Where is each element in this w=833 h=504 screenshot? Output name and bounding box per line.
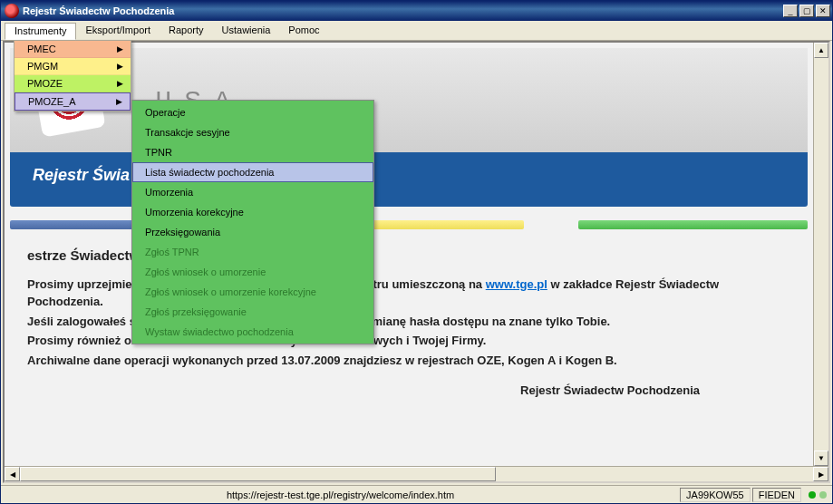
submenu-tpnr[interactable]: TPNR bbox=[132, 142, 373, 162]
menubar: Instrumenty Eksport/Import Raporty Ustaw… bbox=[1, 21, 832, 41]
banner-subtitle: Rejestr Świa bbox=[33, 166, 130, 185]
paragraph-4: Archiwalne dane operacji wykonanych prze… bbox=[27, 352, 790, 370]
status-dot-icon bbox=[819, 491, 827, 499]
app-window: Rejestr Świadectw Pochodzenia _ ▢ ✕ Inst… bbox=[0, 0, 833, 504]
submenu-transakcje-sesyjne[interactable]: Transakcje sesyjne bbox=[132, 122, 373, 142]
submenu-operacje[interactable]: Operacje bbox=[132, 102, 373, 122]
chevron-right-icon: ▶ bbox=[117, 44, 123, 53]
instrumenty-dropdown: PMEC▶ PMGM▶ PMOZE▶ PMOZE_A▶ bbox=[14, 40, 131, 111]
menu-eksport-import[interactable]: Eksport/Import bbox=[76, 23, 160, 40]
color-bars bbox=[10, 220, 808, 229]
minimize-button[interactable]: _ bbox=[783, 5, 798, 17]
submenu-przeksiegowania[interactable]: Przeksięgowania bbox=[132, 222, 373, 242]
menu-instrumenty[interactable]: Instrumenty bbox=[5, 23, 76, 40]
scroll-down-button[interactable]: ▼ bbox=[814, 451, 828, 466]
chevron-right-icon: ▶ bbox=[116, 97, 122, 106]
menu-raporty[interactable]: Raporty bbox=[160, 23, 213, 40]
vertical-scrollbar[interactable]: ▲ ▼ bbox=[813, 43, 828, 466]
scroll-left-button[interactable]: ◀ bbox=[5, 467, 20, 481]
menu-ustawienia[interactable]: Ustawienia bbox=[213, 23, 280, 40]
window-title: Rejestr Świadectw Pochodzenia bbox=[23, 5, 783, 16]
scroll-right-button[interactable]: ▶ bbox=[813, 467, 828, 481]
submenu-zglos-wniosek-umorzenie-korekcyjne: Zgłoś wniosek o umorzenie korekcyjne bbox=[132, 282, 373, 302]
status-dot-icon bbox=[809, 491, 816, 499]
dropdown-pmoze[interactable]: PMOZE▶ bbox=[15, 75, 131, 92]
colorbar-green bbox=[578, 220, 808, 229]
app-icon bbox=[5, 4, 19, 18]
close-button[interactable]: ✕ bbox=[816, 5, 830, 17]
statusbar: https://rejestr-test.tge.pl/registry/wel… bbox=[1, 485, 832, 503]
scroll-thumb[interactable] bbox=[20, 467, 496, 481]
pmoze-a-submenu: Operacje Transakcje sesyjne TPNR Lista ś… bbox=[131, 100, 374, 344]
dropdown-pmoze-a[interactable]: PMOZE_A▶ bbox=[15, 92, 131, 111]
titlebar: Rejestr Świadectw Pochodzenia _ ▢ ✕ bbox=[1, 1, 832, 21]
menu-pomoc[interactable]: Pomoc bbox=[279, 23, 328, 40]
submenu-zglos-wniosek-umorzenie: Zgłoś wniosek o umorzenie bbox=[132, 262, 373, 282]
submenu-umorzenia-korekcyjne[interactable]: Umorzenia korekcyjne bbox=[132, 202, 373, 222]
status-indicators bbox=[803, 491, 832, 499]
maximize-button[interactable]: ▢ bbox=[799, 5, 814, 17]
submenu-lista-swiadectw[interactable]: Lista świadectw pochodzenia bbox=[132, 162, 373, 182]
scroll-up-button[interactable]: ▲ bbox=[814, 43, 828, 58]
dropdown-pmec[interactable]: PMEC▶ bbox=[15, 41, 131, 58]
signature: Rejestr Świadectw Pochodzenia bbox=[27, 382, 700, 400]
submenu-zglos-przeksiegowanie: Zgłoś przeksięgowanie bbox=[132, 302, 373, 322]
submenu-umorzenia[interactable]: Umorzenia bbox=[132, 182, 373, 202]
status-url: https://rejestr-test.tge.pl/registry/wel… bbox=[1, 489, 680, 500]
scroll-track[interactable] bbox=[814, 58, 828, 451]
submenu-zglos-tpnr: Zgłoś TPNR bbox=[132, 242, 373, 262]
submenu-wystaw-swiadectwo: Wystaw świadectwo pochodzenia bbox=[132, 322, 373, 342]
chevron-right-icon: ▶ bbox=[117, 62, 123, 71]
chevron-right-icon: ▶ bbox=[117, 79, 123, 88]
horizontal-scrollbar[interactable]: ◀ ▶ bbox=[5, 466, 828, 481]
dropdown-pmgm[interactable]: PMGM▶ bbox=[15, 58, 131, 75]
link-tge[interactable]: www.tge.pl bbox=[486, 277, 547, 291]
scroll-track-h[interactable] bbox=[20, 467, 813, 481]
status-label: FIEDEN bbox=[752, 488, 801, 502]
status-user: JA99KOW55 bbox=[680, 488, 751, 502]
